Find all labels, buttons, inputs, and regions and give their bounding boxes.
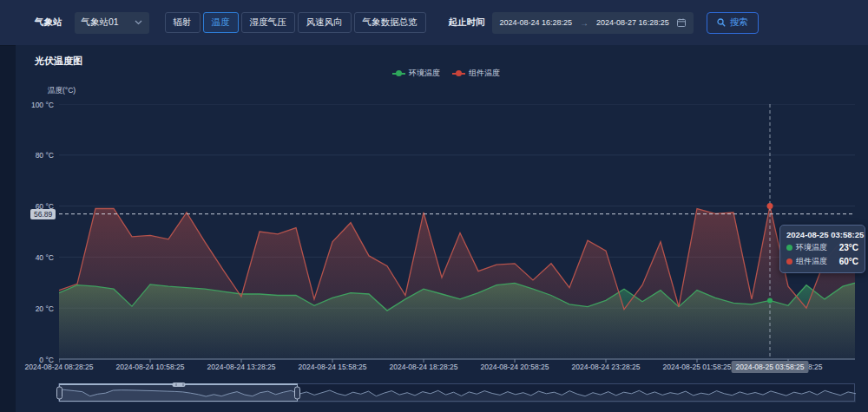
chart-panel: 光伏温度图 环境温度组件温度 温度(°C) 100 °C80 °C60 °C40… — [16, 45, 868, 412]
tab-weather-overview[interactable]: 气象数据总览 — [354, 12, 426, 33]
calendar-icon — [677, 18, 686, 27]
tooltip-series-name: 环境温度 — [796, 242, 827, 253]
tooltip: 2024-08-25 03:58:25 环境温度23°C组件温度60°C — [779, 225, 865, 273]
tab-wind[interactable]: 风速风向 — [298, 12, 352, 33]
legend-label: 组件温度 — [469, 68, 500, 79]
tooltip-series-value: 60°C — [839, 257, 858, 266]
legend-line-dot-icon — [392, 70, 405, 76]
legend: 环境温度组件温度 — [392, 68, 500, 79]
y-axis-marker-badge: 56.89 — [30, 209, 56, 219]
legend-label: 环境温度 — [409, 68, 440, 79]
station-label: 气象站 — [35, 16, 62, 29]
tooltip-series-name: 组件温度 — [796, 256, 827, 267]
x-axis-tick-label: 2024-08-24 20:58:25 — [481, 363, 549, 371]
start-time-value: 2024-08-24 16:28:25 — [500, 18, 573, 27]
tooltip-title: 2024-08-25 03:58:25 — [786, 230, 858, 239]
x-axis-pointer-badge: 2024-08-25 03:58:25 — [732, 361, 809, 373]
station-select-value: 气象站01 — [82, 16, 119, 29]
end-time-value: 2024-08-27 16:28:25 — [596, 18, 669, 27]
x-axis-tick-label: 2024-08-24 08:28:25 — [25, 363, 94, 371]
topbar: 气象站 气象站01 辐射温度湿度气压风速风向气象数据总览 起止时间 2024-0… — [0, 0, 868, 45]
time-range-label: 起止时间 — [449, 16, 485, 29]
station-select[interactable]: 气象站01 — [75, 12, 149, 34]
series-dot-icon — [786, 245, 792, 251]
legend-line-dot-icon — [452, 70, 465, 76]
page-title: 光伏温度图 — [35, 55, 82, 68]
y-axis-tick-label: 100 °C — [17, 101, 54, 109]
series-dot-icon — [786, 258, 792, 265]
x-axis-tick-label: 2024-08-24 15:58:25 — [299, 363, 367, 371]
tab-group: 辐射温度湿度气压风速风向气象数据总览 — [165, 12, 426, 33]
chevron-down-icon — [135, 20, 142, 25]
legend-item-ambient[interactable]: 环境温度 — [392, 68, 440, 79]
x-axis-tick-label: 2024-08-24 10:58:25 — [116, 363, 185, 371]
x-axis-tick-label: 2024-08-24 18:28:25 — [390, 363, 458, 371]
tab-radiation[interactable]: 辐射 — [165, 12, 201, 33]
tab-humidity-pressure[interactable]: 湿度气压 — [241, 12, 295, 33]
x-axis-tick-label: 2024-08-24 13:28:25 — [207, 363, 276, 371]
y-axis-tick-label: 40 °C — [17, 253, 54, 262]
datazoom-slider[interactable] — [58, 383, 855, 402]
x-axis-tick-label: 2024-08-24 23:28:25 — [572, 363, 641, 371]
datazoom-right-handle[interactable] — [294, 387, 300, 400]
datazoom-left-handle[interactable] — [56, 387, 62, 400]
legend-item-module[interactable]: 组件温度 — [452, 68, 500, 79]
search-icon — [717, 18, 726, 27]
line-chart-plot[interactable] — [59, 104, 855, 364]
tooltip-row: 环境温度23°C — [786, 242, 858, 253]
y-axis-name: 温度(°C) — [48, 86, 76, 96]
tab-temperature[interactable]: 温度 — [203, 12, 239, 33]
y-axis-tick-label: 20 °C — [17, 304, 54, 313]
search-button[interactable]: 搜索 — [707, 12, 759, 34]
x-axis-tick-label: 2024-08-25 01:58:25 — [663, 363, 732, 371]
search-button-label: 搜索 — [730, 16, 748, 29]
tooltip-series-value: 23°C — [839, 243, 858, 252]
arrow-right-icon: → — [580, 18, 589, 28]
tooltip-row: 组件温度60°C — [786, 256, 858, 267]
datazoom-grip[interactable] — [172, 383, 185, 387]
y-axis-tick-label: 80 °C — [17, 151, 54, 160]
datazoom-window[interactable] — [59, 383, 298, 402]
date-range-picker[interactable]: 2024-08-24 16:28:25 → 2024-08-27 16:28:2… — [492, 12, 694, 34]
